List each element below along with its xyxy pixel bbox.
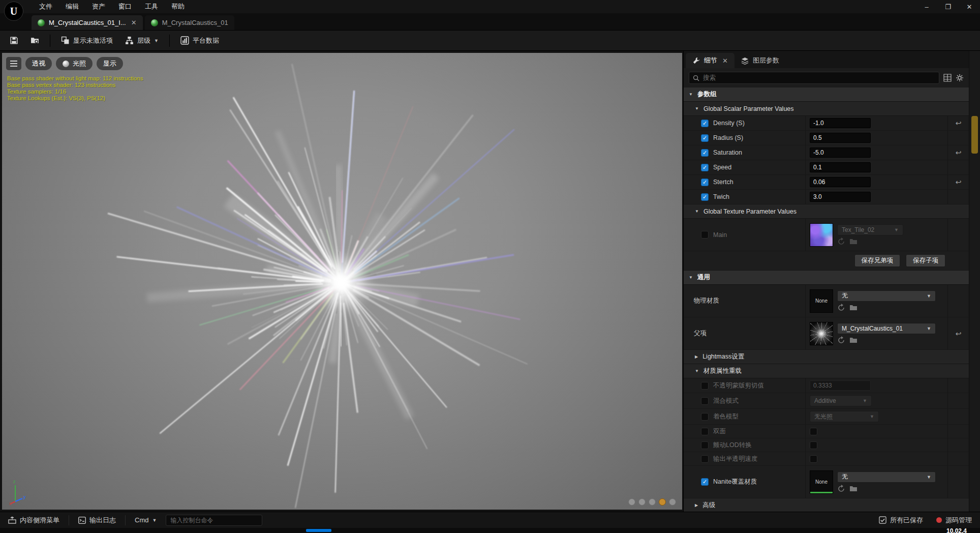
param-value-input[interactable]	[810, 192, 871, 202]
source-control-button[interactable]: 源码管理	[933, 514, 975, 527]
output-log-button[interactable]: 输出日志	[75, 514, 119, 527]
param-checkbox[interactable]: ✓	[701, 149, 709, 157]
tab-details[interactable]: 细节 ✕	[686, 53, 734, 68]
preview-shape-cube[interactable]	[659, 498, 666, 506]
param-checkbox[interactable]: ✓	[701, 193, 709, 201]
override-checkbox[interactable]	[701, 428, 709, 435]
browse-to-asset-button[interactable]	[26, 33, 44, 48]
save-button[interactable]	[5, 33, 23, 48]
use-selected-icon[interactable]	[837, 336, 845, 344]
save-child-button[interactable]: 保存子项	[906, 254, 945, 267]
category-lightmass[interactable]: ▶ Lightmass设置	[684, 350, 969, 364]
material-preview-viewport[interactable]: 透视 光照 显示 Base pass shader without light …	[2, 53, 682, 510]
dither-lod-checkbox[interactable]	[810, 441, 817, 449]
physical-material-dropdown[interactable]: 无▼	[837, 290, 936, 302]
display-filter-icon[interactable]	[943, 74, 952, 82]
scrollbar-thumb[interactable]	[971, 116, 978, 154]
maximize-button[interactable]: ❐	[937, 0, 959, 13]
reset-to-default-icon[interactable]: ↩	[947, 116, 969, 130]
all-saved-button[interactable]: 所有已保存	[876, 514, 926, 527]
reset-to-default-icon[interactable]: ↩	[947, 145, 969, 160]
category-global-texture[interactable]: ▼ Global Texture Parameter Values	[684, 204, 969, 219]
param-value-input[interactable]	[810, 118, 871, 128]
tab-parent-material[interactable]: M_CrystalCaustics_01	[145, 15, 234, 30]
panel-scrollbar[interactable]	[969, 51, 980, 512]
save-sibling-button[interactable]: 保存兄弟项	[854, 254, 901, 267]
preview-shape-plane[interactable]	[649, 498, 656, 506]
override-checkbox[interactable]	[701, 455, 709, 463]
nanite-thumbnail-none[interactable]: None	[810, 470, 833, 494]
reset-to-default-icon[interactable]: ↩	[947, 175, 969, 189]
browse-to-icon[interactable]	[849, 336, 858, 344]
settings-gear-icon[interactable]	[956, 74, 964, 82]
show-button[interactable]: 显示	[97, 57, 123, 70]
tab-layer-parameters[interactable]: 图层参数	[734, 53, 786, 68]
minimize-button[interactable]: –	[916, 0, 937, 13]
cmd-selector[interactable]: Cmd ▼	[132, 514, 160, 527]
console-command-input[interactable]	[166, 515, 262, 526]
category-material-overrides[interactable]: ▼ 材质属性重载	[684, 364, 969, 378]
show-inactive-button[interactable]: 显示未激活项	[56, 33, 117, 48]
lit-mode-button[interactable]: 光照	[56, 57, 93, 70]
use-selected-icon[interactable]	[837, 238, 845, 246]
browse-to-icon[interactable]	[849, 238, 858, 246]
param-checkbox[interactable]: ✓	[701, 120, 709, 127]
perspective-button[interactable]: 透视	[25, 57, 52, 70]
category-general[interactable]: ▼ 通用	[684, 271, 969, 285]
override-checkbox[interactable]	[701, 441, 709, 449]
menu-window[interactable]: 窗口	[112, 0, 138, 13]
shading-model-dropdown[interactable]: 无光照▼	[810, 411, 879, 422]
two-sided-checkbox[interactable]	[810, 428, 817, 435]
hierarchy-button[interactable]: 层级 ▼	[120, 33, 163, 48]
param-value-input[interactable]	[810, 147, 871, 158]
details-tab-close-icon[interactable]: ✕	[722, 57, 728, 65]
statusbar-separator	[69, 515, 69, 525]
reset-to-default-icon[interactable]: ↩	[947, 317, 969, 349]
close-button[interactable]: ✕	[959, 0, 980, 13]
category-label: 通用	[697, 273, 710, 282]
menu-asset[interactable]: 资产	[85, 0, 112, 13]
tab-material-instance[interactable]: M_CrystalCaustics_01_I... ✕	[32, 15, 143, 30]
menu-edit[interactable]: 编辑	[59, 0, 85, 13]
blend-mode-dropdown[interactable]: Additive▼	[810, 395, 872, 406]
use-selected-icon[interactable]	[837, 304, 845, 312]
use-selected-icon[interactable]	[837, 485, 845, 493]
parent-material-thumbnail[interactable]	[810, 322, 833, 345]
category-global-scalar[interactable]: ▼ Global Scalar Parameter Values	[684, 102, 969, 116]
texture-asset-dropdown[interactable]: Tex_Tile_02▼	[837, 224, 903, 235]
opacity-clip-input[interactable]	[810, 380, 871, 391]
texture-thumbnail[interactable]	[810, 223, 833, 247]
platform-data-button[interactable]: 平台数据	[176, 33, 224, 48]
category-advanced[interactable]: ▶ 高级	[684, 498, 969, 512]
output-velocity-checkbox[interactable]	[810, 455, 817, 463]
nanite-material-dropdown[interactable]: 无▼	[837, 471, 936, 483]
subcategory-label: 材质属性重载	[703, 367, 742, 375]
param-value-input[interactable]	[810, 162, 871, 172]
param-value-input[interactable]	[810, 133, 871, 143]
menu-file[interactable]: 文件	[33, 0, 59, 13]
preview-shape-custom[interactable]	[669, 498, 676, 506]
menu-help[interactable]: 帮助	[165, 0, 191, 13]
param-checkbox[interactable]: ✓	[701, 179, 709, 186]
tab-close-icon[interactable]: ✕	[131, 19, 137, 26]
menu-tools[interactable]: 工具	[138, 0, 165, 13]
asset-thumbnail-none[interactable]: None	[810, 289, 833, 313]
override-checkbox[interactable]	[701, 413, 709, 421]
parent-material-dropdown[interactable]: M_CrystalCaustics_01▼	[837, 323, 936, 334]
unreal-logo-icon[interactable]: U	[4, 2, 23, 21]
browse-to-icon[interactable]	[849, 304, 858, 312]
preview-shape-cylinder[interactable]	[628, 498, 635, 506]
preview-shape-sphere[interactable]	[638, 498, 646, 506]
param-checkbox[interactable]: ✓	[701, 164, 709, 171]
param-value-input[interactable]	[810, 177, 871, 187]
browse-to-icon[interactable]	[849, 485, 858, 493]
viewport-menu-button[interactable]	[6, 57, 21, 70]
override-checkbox[interactable]: ✓	[701, 478, 709, 486]
category-parameter-groups[interactable]: ▼ 参数组	[684, 87, 969, 102]
override-checkbox[interactable]	[701, 397, 709, 405]
override-checkbox[interactable]	[701, 382, 709, 390]
param-checkbox[interactable]: ✓	[701, 134, 709, 142]
content-drawer-button[interactable]: 内容侧滑菜单	[5, 514, 63, 527]
param-checkbox[interactable]	[701, 231, 709, 239]
search-input[interactable]	[703, 74, 935, 81]
